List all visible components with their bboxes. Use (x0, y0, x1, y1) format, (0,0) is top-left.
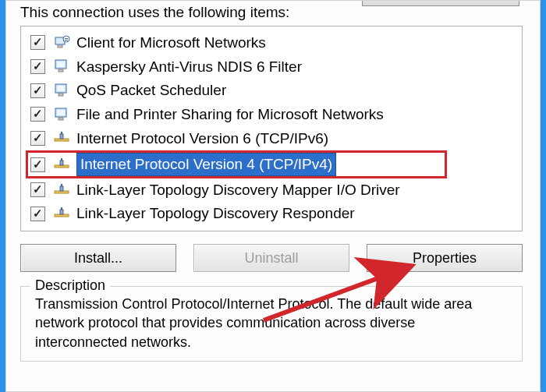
list-item[interactable]: Link-Layer Topology Discovery Responder (26, 202, 517, 226)
checkbox[interactable] (30, 207, 45, 221)
list-item-label: File and Printer Sharing for Microsoft N… (76, 104, 384, 125)
svg-rect-4 (65, 40, 68, 41)
svg-rect-24 (60, 210, 63, 214)
svg-rect-16 (61, 132, 62, 134)
network-items-list[interactable]: Client for Microsoft NetworksKaspersky A… (20, 26, 523, 231)
svg-rect-19 (61, 158, 62, 161)
list-item-label: Internet Protocol Version 6 (TCP/IPv6) (76, 129, 328, 149)
svg-rect-9 (57, 86, 65, 91)
net-icon (53, 156, 70, 173)
svg-rect-22 (61, 184, 62, 186)
svg-rect-21 (60, 186, 63, 191)
list-item[interactable]: Client for Microsoft Networks (26, 31, 517, 55)
sched-icon (53, 82, 70, 99)
list-item-label: Link-Layer Topology Discovery Mapper I/O… (76, 180, 400, 200)
checkbox[interactable] (30, 131, 45, 146)
svg-rect-10 (58, 94, 63, 96)
checkbox[interactable] (30, 59, 45, 74)
svg-rect-12 (57, 110, 65, 115)
intro-label: This connection uses the following items… (20, 4, 526, 21)
description-legend: Description (30, 277, 110, 294)
svg-rect-15 (60, 134, 63, 139)
checkbox[interactable] (30, 107, 45, 122)
list-item[interactable]: File and Printer Sharing for Microsoft N… (26, 103, 517, 127)
checkbox[interactable] (30, 35, 45, 50)
checkbox[interactable] (30, 157, 45, 172)
list-item-label: Link-Layer Topology Discovery Responder (76, 203, 355, 224)
uninstall-button: Uninstall (193, 244, 349, 272)
list-item-label: Kaspersky Anti-Virus NDIS 6 Filter (76, 57, 302, 77)
configure-button-fragment[interactable] (362, 1, 519, 6)
list-item-label: Internet Protocol Version 4 (TCP/IPv4) (76, 153, 336, 176)
properties-button[interactable]: Properties (367, 244, 523, 272)
dialog-window: This connection uses the following items… (0, 0, 546, 392)
list-item[interactable]: Internet Protocol Version 6 (TCP/IPv6) (26, 127, 517, 151)
description-text: Transmission Control Protocol/Internet P… (35, 295, 511, 351)
dialog-body: This connection uses the following items… (5, 0, 541, 392)
list-item-label: Client for Microsoft Networks (76, 33, 266, 53)
svg-rect-18 (60, 161, 63, 165)
install-button[interactable]: Install... (20, 244, 176, 272)
svg-rect-13 (58, 118, 63, 120)
list-item[interactable]: Link-Layer Topology Discovery Mapper I/O… (26, 178, 517, 203)
svg-rect-3 (65, 38, 68, 39)
net-icon (53, 205, 70, 222)
svg-rect-1 (58, 45, 62, 48)
share-icon (53, 106, 70, 123)
net-icon (53, 182, 70, 199)
button-row: Install... Uninstall Properties (20, 244, 526, 272)
checkbox[interactable] (30, 182, 45, 197)
svg-rect-7 (58, 69, 63, 72)
list-item[interactable]: Kaspersky Anti-Virus NDIS 6 Filter (26, 55, 517, 79)
svg-rect-6 (57, 62, 65, 67)
description-group: Description Transmission Control Protoco… (20, 286, 523, 362)
list-item[interactable]: Internet Protocol Version 4 (TCP/IPv4) (26, 150, 447, 178)
client-icon (53, 34, 70, 51)
net-icon (53, 129, 70, 147)
checkbox[interactable] (30, 83, 45, 98)
list-item-label: QoS Packet Scheduler (76, 80, 226, 101)
filter-icon (53, 58, 70, 75)
list-item[interactable]: QoS Packet Scheduler (26, 79, 517, 103)
svg-rect-25 (61, 207, 62, 210)
